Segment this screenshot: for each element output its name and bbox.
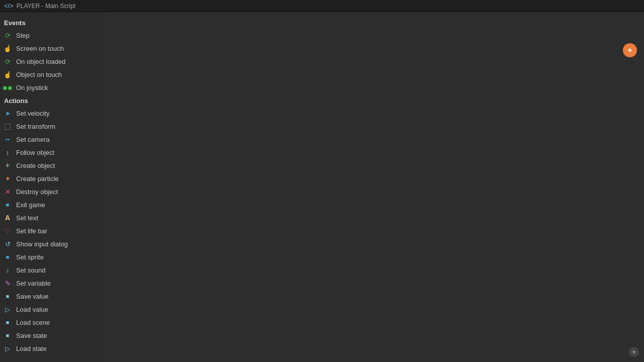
sidebar-item-on-joystick[interactable]: ◉◉ On joystick bbox=[0, 81, 106, 94]
sidebar-item-load-value[interactable]: ▷ Load value bbox=[0, 303, 106, 316]
set-text-icon: A bbox=[3, 213, 12, 222]
sidebar-item-screen-on-touch[interactable]: ☝ Screen on touch bbox=[0, 42, 106, 55]
set-sound-label: Set sound bbox=[16, 266, 46, 274]
add-button[interactable] bbox=[623, 43, 637, 57]
save-state-icon: ■ bbox=[3, 331, 12, 340]
sidebar-item-show-input-dialog[interactable]: ↺ Show input dialog bbox=[0, 237, 106, 250]
object-on-touch-icon: ☝ bbox=[3, 70, 12, 79]
sidebar-item-set-sprite[interactable]: ■ Set sprite bbox=[0, 250, 106, 263]
set-camera-label: Set camera bbox=[16, 136, 49, 143]
load-value-icon: ▷ bbox=[3, 305, 12, 314]
set-camera-icon: ▪▪ bbox=[3, 135, 12, 144]
create-object-icon: + bbox=[3, 161, 12, 170]
sidebar-item-save-value[interactable]: ■ Save value bbox=[0, 290, 106, 303]
actions-section-header: Actions bbox=[0, 94, 106, 107]
title-text: PLAYER - Main Script bbox=[17, 3, 75, 10]
exit-game-icon: ■ bbox=[3, 200, 12, 209]
exit-game-label: Exit game bbox=[16, 201, 45, 209]
sidebar-item-object-on-touch[interactable]: ☝ Object on touch bbox=[0, 68, 106, 81]
follow-object-icon: ↕ bbox=[3, 148, 12, 157]
sidebar-item-set-velocity[interactable]: ➤ Set velocity bbox=[0, 107, 106, 120]
set-variable-icon: ✎ bbox=[3, 279, 12, 288]
add-icon bbox=[626, 47, 633, 54]
destroy-object-icon: ✕ bbox=[3, 187, 12, 196]
destroy-object-label: Destroy object bbox=[16, 188, 58, 196]
load-value-label: Load value bbox=[16, 306, 48, 313]
set-velocity-icon: ➤ bbox=[3, 109, 12, 118]
sidebar: Events ⟳ Step ☝ Screen on touch ⟳ On obj… bbox=[0, 12, 106, 362]
save-value-icon: ■ bbox=[3, 292, 12, 301]
screen-on-touch-icon: ☝ bbox=[3, 44, 12, 53]
sidebar-item-set-variable[interactable]: ✎ Set variable bbox=[0, 277, 106, 290]
follow-object-label: Follow object bbox=[16, 149, 54, 156]
title-icon: </> bbox=[4, 2, 14, 10]
sidebar-item-step[interactable]: ⟳ Step bbox=[0, 29, 106, 42]
scroll-indicator: ▼ bbox=[629, 347, 639, 357]
load-state-icon: ▷ bbox=[3, 344, 12, 353]
sidebar-item-on-object-loaded[interactable]: ⟳ On object loaded bbox=[0, 55, 106, 68]
sidebar-item-load-state[interactable]: ▷ Load state bbox=[0, 342, 106, 355]
sidebar-item-follow-object[interactable]: ↕ Follow object bbox=[0, 146, 106, 159]
create-particle-icon: ✦ bbox=[3, 174, 12, 183]
show-input-dialog-label: Show input dialog bbox=[16, 240, 68, 248]
events-section-header: Events bbox=[0, 16, 106, 29]
set-text-label: Set text bbox=[16, 214, 38, 222]
sidebar-item-destroy-object[interactable]: ✕ Destroy object bbox=[0, 185, 106, 198]
sidebar-item-exit-game[interactable]: ■ Exit game bbox=[0, 198, 106, 211]
load-scene-icon: ■ bbox=[3, 318, 12, 327]
sidebar-item-create-particle[interactable]: ✦ Create particle bbox=[0, 172, 106, 185]
set-life-bar-label: Set life bar bbox=[16, 227, 47, 235]
title-bar: </> PLAYER - Main Script bbox=[0, 0, 644, 12]
sidebar-item-create-object[interactable]: + Create object bbox=[0, 159, 106, 172]
create-object-label: Create object bbox=[16, 162, 55, 169]
set-life-bar-icon: ♡ bbox=[3, 226, 12, 235]
set-sprite-icon: ■ bbox=[3, 252, 12, 261]
on-joystick-icon: ◉◉ bbox=[3, 83, 12, 92]
set-sprite-label: Set sprite bbox=[16, 253, 44, 261]
load-state-label: Load state bbox=[16, 345, 47, 352]
sidebar-item-set-camera[interactable]: ▪▪ Set camera bbox=[0, 133, 106, 146]
object-on-touch-label: Object on touch bbox=[16, 71, 62, 78]
create-particle-label: Create particle bbox=[16, 175, 59, 183]
sidebar-item-load-scene[interactable]: ■ Load scene bbox=[0, 316, 106, 329]
screen-on-touch-label: Screen on touch bbox=[16, 45, 64, 52]
on-object-loaded-icon: ⟳ bbox=[3, 57, 12, 66]
sidebar-item-save-state[interactable]: ■ Save state bbox=[0, 329, 106, 342]
step-icon: ⟳ bbox=[3, 31, 12, 40]
set-variable-label: Set variable bbox=[16, 280, 51, 287]
set-transform-label: Set transform bbox=[16, 123, 55, 130]
save-value-label: Save value bbox=[16, 293, 48, 300]
load-scene-label: Load scene bbox=[16, 319, 50, 326]
sidebar-item-set-life-bar[interactable]: ♡ Set life bar bbox=[0, 224, 106, 237]
on-object-loaded-label: On object loaded bbox=[16, 58, 65, 65]
show-input-dialog-icon: ↺ bbox=[3, 239, 12, 248]
step-label: Step bbox=[16, 32, 30, 39]
main-canvas: ▼ bbox=[106, 12, 644, 362]
svg-rect-2 bbox=[629, 48, 630, 52]
sidebar-item-set-text[interactable]: A Set text bbox=[0, 211, 106, 224]
sidebar-item-set-sound[interactable]: ♪ Set sound bbox=[0, 263, 106, 277]
save-state-label: Save state bbox=[16, 332, 47, 339]
set-transform-icon: ⬚ bbox=[3, 122, 12, 131]
set-sound-icon: ♪ bbox=[3, 265, 12, 275]
set-velocity-label: Set velocity bbox=[16, 110, 49, 117]
sidebar-item-set-transform[interactable]: ⬚ Set transform bbox=[0, 120, 106, 133]
on-joystick-label: On joystick bbox=[16, 84, 48, 92]
